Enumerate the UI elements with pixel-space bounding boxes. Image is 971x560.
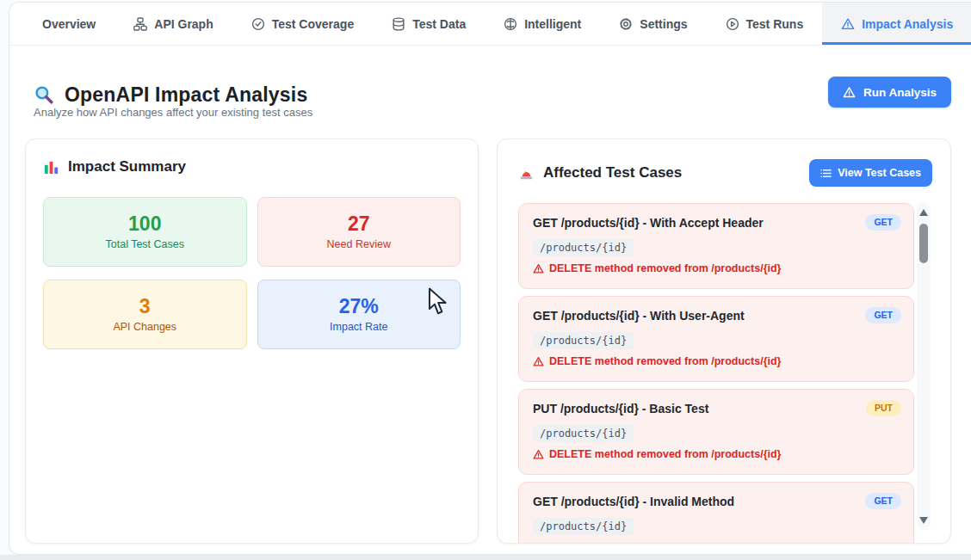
- test-case-card[interactable]: PUT /products/{id} - Basic Test PUT /pro…: [518, 389, 914, 475]
- tab-label: Test Data: [412, 17, 466, 31]
- view-test-cases-button[interactable]: View Test Cases: [809, 159, 932, 187]
- endpoint-path: /products/{id}: [533, 425, 634, 442]
- impact-summary-title: Impact Summary: [68, 158, 186, 175]
- tab-label: Test Runs: [746, 17, 804, 31]
- method-badge: GET: [865, 493, 901, 509]
- endpoint-path: /products/{id}: [533, 518, 634, 535]
- tab-label: Test Coverage: [272, 17, 354, 31]
- scrollbar-thumb[interactable]: [919, 224, 928, 263]
- stat-value: 100: [128, 214, 161, 234]
- stat-card-total-test-cases: 100 Total Test Cases: [43, 197, 247, 267]
- test-case-title: GET /products/{id} - With User-Agent: [533, 307, 900, 324]
- tab-label: Impact Analysis: [862, 17, 953, 31]
- run-analysis-label: Run Analysis: [863, 86, 937, 99]
- impact-summary-panel: Impact Summary 100 Total Test Cases 27 N…: [25, 138, 479, 544]
- warning-triangle-icon: [841, 17, 855, 31]
- sitemap-icon: [133, 17, 147, 31]
- magnifier-icon: [34, 84, 55, 106]
- warning-text: DELETE method removed from /products/{id…: [549, 355, 781, 367]
- brain-icon: [504, 17, 517, 31]
- stat-card-api-changes: 3 API Changes: [43, 280, 247, 349]
- test-case-card[interactable]: GET /products/{id} - With User-Agent GET…: [518, 296, 914, 382]
- page-bottom-edge: [0, 555, 971, 560]
- list-scrollbar[interactable]: [917, 203, 931, 530]
- warning-triangle-icon: [843, 86, 856, 99]
- bar-chart-icon: [43, 159, 59, 175]
- tab-test-coverage[interactable]: Test Coverage: [232, 3, 373, 45]
- method-badge: GET: [865, 214, 901, 231]
- stat-value: 27%: [339, 297, 379, 317]
- page-title: OpenAPI Impact Analysis: [65, 83, 307, 107]
- tab-test-data[interactable]: Test Data: [373, 3, 485, 45]
- tab-label: Settings: [640, 17, 687, 31]
- summary-card-grid: 100 Total Test Cases 27 Need Review 3 AP…: [43, 197, 461, 349]
- test-case-title: PUT /products/{id} - Basic Test: [533, 400, 900, 417]
- tab-impact-analysis[interactable]: Impact Analysis: [822, 3, 971, 45]
- affected-test-cases-panel: Affected Test Cases View Test Cases GET …: [497, 138, 951, 544]
- stat-label: API Changes: [113, 321, 176, 333]
- check-circle-icon: [251, 17, 265, 31]
- page-subtitle: Analyze how API changes affect your exis…: [34, 106, 312, 119]
- run-analysis-button[interactable]: Run Analysis: [828, 77, 951, 108]
- tab-settings[interactable]: Settings: [600, 3, 706, 45]
- top-tab-bar: Overview API Graph Test Coverage Test Da…: [9, 3, 971, 46]
- test-case-card[interactable]: GET /products/{id} - Invalid Method GET …: [518, 482, 914, 543]
- stat-label: Total Test Cases: [106, 238, 184, 250]
- tab-api-graph[interactable]: API Graph: [114, 3, 232, 45]
- scrollbar-up-arrow-icon[interactable]: [919, 209, 928, 216]
- method-badge: PUT: [866, 400, 901, 416]
- warning-triangle-icon: [533, 356, 544, 367]
- gear-icon: [619, 17, 633, 31]
- tab-test-runs[interactable]: Test Runs: [707, 3, 823, 45]
- test-case-card[interactable]: GET /products/{id} - With Accept Header …: [518, 203, 914, 289]
- test-case-title: GET /products/{id} - With Accept Header: [533, 214, 900, 231]
- tab-label: Overview: [42, 17, 96, 31]
- app-window: Overview API Graph Test Coverage Test Da…: [9, 2, 971, 555]
- tab-overview[interactable]: Overview: [23, 3, 114, 45]
- warning-triangle-icon: [533, 449, 544, 460]
- method-badge: GET: [865, 307, 901, 323]
- warning-text: DELETE method removed from /products/{id…: [549, 448, 781, 460]
- stat-label: Need Review: [327, 238, 391, 250]
- database-icon: [392, 17, 405, 31]
- stat-card-need-review: 27 Need Review: [257, 197, 461, 267]
- view-test-cases-label: View Test Cases: [838, 167, 921, 179]
- stat-label: Impact Rate: [330, 321, 387, 333]
- stat-card-impact-rate: 27% Impact Rate: [257, 280, 461, 349]
- play-circle-icon: [726, 17, 739, 31]
- warning-text: DELETE method removed from /products/{id…: [549, 262, 781, 274]
- list-icon: [820, 168, 832, 179]
- test-case-title: GET /products/{id} - Invalid Method: [533, 493, 900, 510]
- stat-value: 3: [139, 297, 151, 317]
- tab-label: API Graph: [154, 17, 213, 31]
- tab-intelligent[interactable]: Intelligent: [485, 3, 600, 45]
- siren-icon: [518, 165, 535, 182]
- endpoint-path: /products/{id}: [533, 332, 634, 349]
- tab-label: Intelligent: [524, 17, 581, 31]
- affected-test-cases-title: Affected Test Cases: [543, 164, 682, 182]
- endpoint-path: /products/{id}: [533, 239, 634, 256]
- test-case-list: GET /products/{id} - With Accept Header …: [518, 203, 916, 543]
- scrollbar-down-arrow-icon[interactable]: [919, 517, 928, 524]
- stat-value: 27: [348, 214, 370, 234]
- warning-triangle-icon: [533, 263, 544, 274]
